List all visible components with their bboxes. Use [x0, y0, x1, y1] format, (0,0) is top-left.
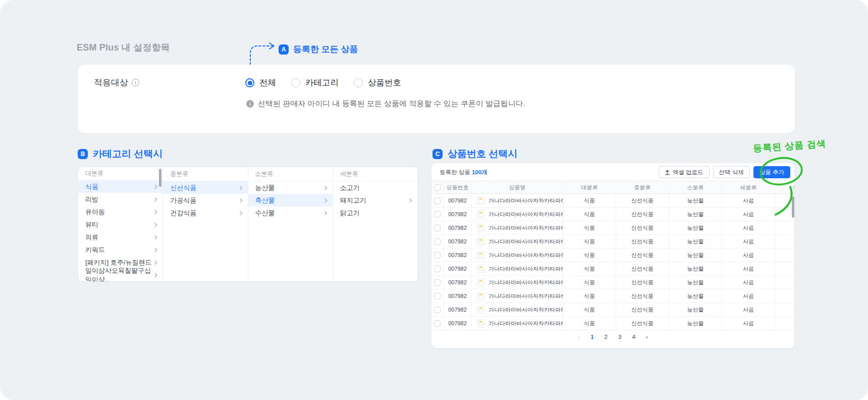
product-name-cell: 가나다라마바사아자차카타파하하하…: [471, 276, 563, 289]
row-checkbox[interactable]: [434, 293, 441, 299]
category-item[interactable]: 키워드: [78, 243, 162, 256]
cat4-cell: 사료: [722, 235, 775, 248]
cat4-cell: 사료: [722, 317, 775, 330]
product-no-cell: 007982: [443, 248, 471, 262]
callout-a-label: 등록한 모든 상품: [293, 43, 358, 55]
category-column-header: 중분류: [163, 167, 247, 181]
pagination-item[interactable]: ‹: [578, 334, 580, 340]
category-item[interactable]: 가공식품: [163, 194, 247, 207]
cat1-cell: 식품: [563, 303, 616, 316]
row-checkbox[interactable]: [434, 197, 441, 204]
category-item-label: 일이삼사오육칠팔구십일이삼...: [85, 266, 153, 282]
row-checkbox-cell: [431, 248, 443, 262]
row-checkbox[interactable]: [434, 252, 441, 259]
radio-option-label: 상품번호: [368, 77, 401, 88]
table-row: 007982 가나다라마바사아자차카타파하하하… 식품 신선식품: [431, 303, 794, 317]
product-no-cell: 007982: [443, 235, 471, 248]
row-checkbox[interactable]: [434, 211, 441, 218]
category-item[interactable]: 소고기: [333, 181, 417, 194]
category-item-label: 농산물: [255, 183, 275, 192]
product-name-text: 가나다라마바사아자차카타파하하하…: [489, 279, 563, 286]
radio-icon[interactable]: [245, 78, 254, 87]
product-no-cell: 007982: [443, 276, 471, 289]
row-checkbox[interactable]: [434, 225, 441, 231]
add-product-button[interactable]: 상품 추가: [753, 166, 790, 178]
category-scrollbar[interactable]: [159, 169, 161, 187]
category-item[interactable]: 뷰티: [78, 218, 162, 231]
category-item[interactable]: 식품: [78, 180, 162, 193]
table-row: 007982 가나다라마바사아자차카타파하하하… 식품 신선식품: [431, 208, 794, 221]
pagination-item[interactable]: 2: [605, 334, 608, 340]
delete-selected-button[interactable]: 선택 삭제: [713, 166, 750, 178]
excel-upload-button[interactable]: 엑셀 업로드: [659, 166, 710, 178]
category-item[interactable]: 돼지고기: [333, 194, 417, 207]
category-item-label: 수산물: [255, 209, 275, 218]
category-item[interactable]: 리빙: [78, 193, 162, 206]
pagination-item[interactable]: 3: [618, 334, 621, 340]
cat1-cell: 식품: [563, 289, 616, 303]
product-no-cell: 007982: [443, 208, 471, 221]
cat1-cell: 식품: [563, 276, 616, 289]
col-header-clipped: 등록일: [775, 181, 794, 193]
row-checkbox-cell: [431, 235, 443, 248]
cat4-cell: 사료: [722, 276, 775, 289]
chevron-right-icon: [153, 235, 157, 239]
category-item[interactable]: 의류: [78, 231, 162, 243]
category-item-label: 식품: [85, 182, 98, 191]
handwritten-annotation: 등록된 상품 검색: [752, 137, 826, 155]
radio-option[interactable]: 상품번호: [354, 77, 401, 88]
radio-icon[interactable]: [291, 78, 300, 87]
pagination-item[interactable]: 1: [590, 334, 593, 340]
cat1-cell: 식품: [563, 248, 616, 262]
category-item[interactable]: 유아동: [78, 206, 162, 218]
cat2-cell: 신선식품: [616, 303, 669, 316]
cat4-cell: 사료: [722, 262, 775, 275]
category-item-label: 소고기: [340, 183, 360, 192]
product-name-cell: 가나다라마바사아자차카타파하하하…: [471, 303, 563, 316]
row-checkbox[interactable]: [434, 307, 441, 313]
table-scrollbar[interactable]: [792, 196, 794, 218]
category-column-1: 대분류 식품 리빙 유아동: [78, 167, 163, 281]
category-item[interactable]: 농산물: [248, 181, 333, 194]
cat2-cell: 신선식품: [616, 317, 669, 330]
row-checkbox-cell: [431, 303, 443, 316]
pagination-item[interactable]: ›: [646, 334, 648, 340]
radio-option[interactable]: 카테고리: [291, 77, 339, 88]
radio-option-label: 전체: [259, 77, 276, 88]
select-all-checkbox-cell: [431, 181, 443, 193]
radio-option[interactable]: 전체: [245, 77, 276, 88]
cat2-cell: 신선식품: [616, 276, 669, 289]
row-checkbox[interactable]: [434, 238, 441, 245]
product-name-text: 가나다라마바사아자차카타파하하하…: [489, 224, 563, 232]
radio-icon[interactable]: [354, 78, 363, 87]
category-item[interactable]: 일이삼사오육칠팔구십일이삼...: [78, 269, 162, 281]
row-checkbox[interactable]: [434, 279, 441, 286]
select-all-checkbox[interactable]: [434, 184, 441, 191]
category-item[interactable]: 신선식품: [163, 181, 247, 194]
cat1-cell: 식품: [563, 208, 616, 221]
cat4-cell: 사료: [722, 303, 775, 316]
category-item[interactable]: 닭고기: [333, 207, 417, 219]
info-outline-icon[interactable]: i: [132, 79, 139, 86]
category-item-label: 돼지고기: [340, 196, 366, 205]
category-item[interactable]: 건강식품: [163, 207, 247, 219]
category-item-label: 신선식품: [170, 183, 196, 192]
section-b-title: 카테고리 선택시: [93, 147, 162, 161]
cat4-cell: 사료: [722, 289, 775, 303]
product-name-text: 가나다라마바사아자차카타파하하하…: [489, 320, 563, 327]
category-item[interactable]: 수산물: [248, 207, 333, 219]
badge-a: A: [279, 44, 289, 55]
pagination-item[interactable]: 4: [632, 334, 635, 340]
product-name-cell: 가나다라마바사아자차카타파하하하…: [471, 289, 563, 303]
row-checkbox[interactable]: [434, 320, 441, 327]
cat3-cell: 농산물: [669, 262, 722, 275]
category-item[interactable]: 축산물: [248, 194, 333, 207]
cat1-cell: 식품: [563, 221, 616, 234]
chevron-right-icon: [408, 198, 412, 202]
chevron-right-icon: [323, 211, 327, 215]
row-checkbox[interactable]: [434, 266, 441, 272]
cat3-cell: 농산물: [669, 194, 722, 207]
product-jar-image-icon: [476, 319, 485, 328]
product-name-cell: 가나다라마바사아자차카타파하하하…: [471, 317, 563, 330]
col-header-product-no: 상품번호: [443, 181, 471, 193]
